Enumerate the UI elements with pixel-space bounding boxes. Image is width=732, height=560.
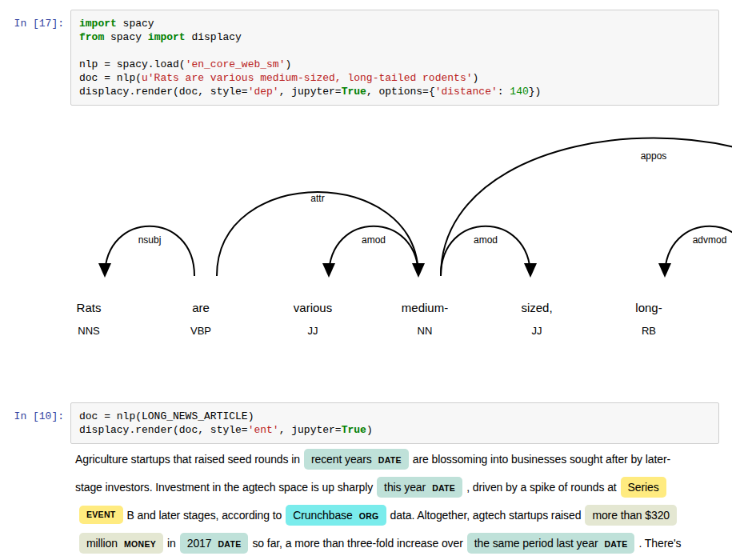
dep-pos-tag: JJ [532,325,542,337]
entity-text: Series [628,482,659,493]
dep-word: Rats [77,301,102,314]
entity-text: million [86,538,118,549]
code-line: doc = nlp(u'Rats are various medium-size… [79,71,710,85]
code-token: import [79,18,117,30]
code-token: 140 [510,86,528,98]
entity-chip-org: CrunchbaseORG [286,505,386,526]
entity-label: DATE [218,540,241,549]
code-token: displacy.render(doc, style= [79,86,248,98]
entity-label: MONEY [124,540,156,549]
entity-label: DATE [432,484,455,493]
plain-text: are blossoming into businesses sought af… [413,453,670,466]
code-token: displacy.render(doc, style= [79,424,248,436]
dep-pos-tag: NNS [78,325,100,337]
code-token: u'Rats are various medium-sized, long-ta… [142,72,472,84]
entity-chip-event: EVENT [79,506,123,524]
code-token: True [342,86,366,98]
dep-arrow-icon [524,263,537,278]
entity-visualization: Agriculture startups that raised seed ro… [75,445,732,557]
dep-arrow-icon [322,263,335,278]
dep-arc-label: appos [641,150,667,162]
plain-text: stage investors. Investment in the agtec… [75,481,373,494]
plain-text: Agriculture startups that raised seed ro… [75,453,300,466]
dep-arc-label: attr [310,193,324,204]
dep-pos-tag: RB [642,325,656,337]
code-token: , options={ [366,86,435,98]
entity-text: this year [384,482,426,493]
code-token: , jupyter= [279,424,342,436]
dep-arc-label: amod [474,234,498,246]
code-token: , jupyter= [279,86,342,98]
entity-chip-date: the same period last yearDATE [467,533,635,554]
entity-chip-date: 2017DATE [180,533,249,554]
code-token: 'distance' [435,86,498,98]
entity-chip-date: recent yearsDATE [304,449,409,470]
dep-arc-label: nsubj [138,234,162,246]
entity-text: more than $320 [592,510,670,521]
dep-word: various [294,301,332,314]
code-line: import spacy [79,17,710,30]
entity-label: EVENT [86,510,116,519]
entity-chip-money: more than $320 [585,505,677,526]
code-line: from spacy import displacy [79,30,710,44]
input-prompt: In [17]: [0,17,64,30]
code-token: }) [529,86,542,98]
dep-word: medium- [402,301,448,314]
code-token: 'dep' [248,86,279,98]
code-token: nlp = spacy.load( [79,58,186,70]
code-token: : [498,86,510,98]
code-line: nlp = spacy.load('en_core_web_sm') [79,58,710,71]
code-token: doc = nlp( [79,72,142,84]
code-line: displacy.render(doc, style='dep', jupyte… [79,85,710,98]
input-prompt: In [10]: [0,410,64,423]
dep-word: sized, [521,301,552,314]
entity-text: 2017 [187,538,212,549]
code-line: displacy.render(doc, style='ent', jupyte… [79,423,710,437]
entity-text-line: stage investors. Investment in the agtec… [75,473,732,501]
dep-arc-label: amod [362,234,386,246]
dep-arrow-icon [98,263,111,278]
plain-text: . There's [638,537,681,550]
code-editor[interactable]: doc = nlp(LONG_NEWS_ARTICLE)displacy.ren… [70,402,719,444]
code-token: displacy [186,31,242,43]
code-token: ) [366,424,373,436]
entity-text-line: EVENTB and later stages, according toCru… [75,501,732,529]
entity-label: DATE [604,540,627,549]
dep-pos-tag: VBP [190,325,211,337]
entity-text: recent years [311,454,372,465]
plain-text: in [167,537,176,550]
code-token: 'ent' [248,424,279,436]
code-token: doc = nlp(LONG_NEWS_ARTICLE) [79,410,254,422]
entity-text: the same period last year [474,538,598,549]
dependency-visualization: nsubjattramodamodapposadvmodRatsNNSareVB… [0,132,732,344]
entity-chip-date: this yearDATE [377,477,462,498]
dep-word: long- [635,301,662,314]
dep-arc-appos [441,138,732,277]
code-token: from [79,31,104,43]
entity-text-line: millionMONEYin2017DATEso far, a more tha… [75,529,732,557]
plain-text: data. Altogether, agtech startups raised [390,509,582,522]
code-token: ) [285,58,291,70]
entity-text-line: Agriculture startups that raised seed ro… [75,445,732,473]
code-line [79,44,710,58]
dep-arrow-icon [658,263,671,278]
code-token: 'en_core_web_sm' [186,58,286,70]
code-token: ) [472,72,478,84]
code-editor[interactable]: import spacyfrom spacy import displacy n… [70,10,719,106]
dep-pos-tag: JJ [308,325,318,337]
dep-arc-attr [217,192,418,276]
code-token: spacy [117,18,154,30]
entity-label: DATE [378,456,402,465]
code-token: import [148,31,186,43]
entity-text: Crunchbase [293,510,353,521]
entity-chip-money: millionMONEY [79,533,163,554]
plain-text: so far, a more than three-fold increase … [252,537,462,550]
code-token: spacy [104,31,148,43]
entity-label: ORG [359,512,379,521]
code-token: True [342,424,366,436]
dep-pos-tag: NN [418,325,433,337]
dep-arc-label: advmod [693,234,727,246]
plain-text: B and later stages, according to [127,509,282,522]
code-line: doc = nlp(LONG_NEWS_ARTICLE) [79,410,710,423]
dep-word: are [192,301,210,314]
